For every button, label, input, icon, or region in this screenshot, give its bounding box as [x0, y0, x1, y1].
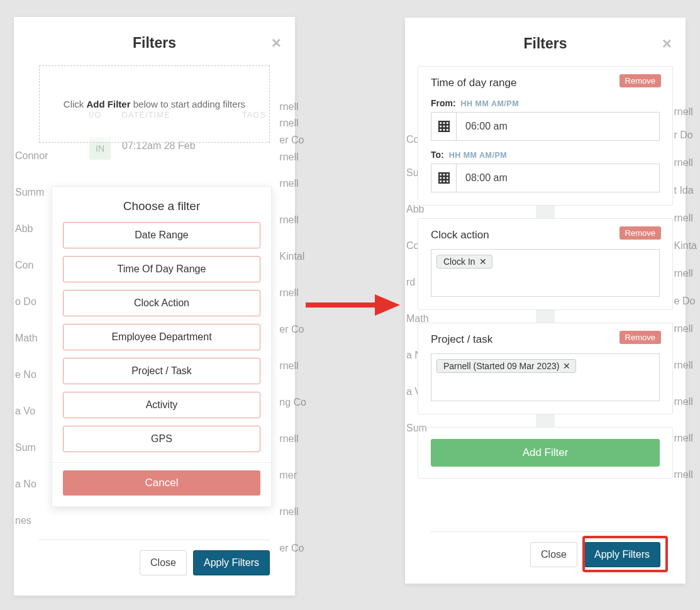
arrow-icon — [304, 294, 400, 316]
to-label: To: HH MM AM/PM — [431, 150, 660, 160]
cancel-button[interactable]: Cancel — [63, 470, 260, 496]
svg-rect-11 — [446, 129, 448, 131]
option-activity[interactable]: Activity — [63, 392, 260, 418]
svg-rect-18 — [446, 177, 448, 179]
from-label: From: HH MM AM/PM — [431, 98, 660, 108]
empty-filters-hint: Click Add Filter below to start adding f… — [39, 65, 270, 143]
option-clock-action[interactable]: Clock Action — [63, 290, 260, 316]
remove-button[interactable]: Remove — [619, 226, 661, 240]
remove-tag-icon[interactable]: ✕ — [563, 361, 570, 371]
option-project-task[interactable]: Project / Task — [63, 358, 260, 384]
svg-rect-19 — [440, 180, 442, 182]
remove-button[interactable]: Remove — [619, 331, 661, 344]
from-time-input[interactable] — [456, 112, 660, 141]
dialog-title-text: Filters — [523, 35, 567, 52]
option-gps[interactable]: GPS — [63, 426, 260, 452]
filters-dialog-left: Filters × I/O DATE/TIME TAGS IN 07:12am … — [14, 17, 295, 596]
apply-filters-button[interactable]: Apply Filters — [193, 550, 270, 575]
panel-project-task: Project / task Remove Parnell (Started 0… — [418, 323, 673, 414]
calendar-icon[interactable] — [431, 164, 456, 192]
svg-rect-16 — [440, 177, 442, 179]
close-icon[interactable]: × — [272, 35, 281, 51]
svg-rect-13 — [440, 174, 442, 175]
filters-dialog-right: Filters × Con Sum Abb Con rd Do Math a N… — [405, 18, 686, 584]
svg-rect-17 — [443, 177, 445, 179]
svg-rect-20 — [443, 180, 445, 182]
svg-marker-1 — [375, 294, 400, 316]
dialog-title: Filters × — [405, 18, 686, 52]
apply-filters-button[interactable]: Apply Filters — [584, 542, 660, 567]
add-filter-button[interactable]: Add Filter — [431, 439, 660, 467]
dialog-title-text: Filters — [133, 35, 176, 51]
svg-rect-3 — [440, 122, 442, 124]
choose-filter-title: Choose a filter — [63, 199, 260, 213]
dialog-footer-left: Close Apply Filters — [39, 540, 270, 575]
remove-button[interactable]: Remove — [619, 74, 661, 87]
project-task-tag-input[interactable]: Parnell (Started 09 Mar 2023) ✕ — [431, 353, 660, 401]
svg-rect-15 — [446, 174, 448, 175]
option-date-range[interactable]: Date Range — [63, 222, 260, 248]
svg-rect-21 — [446, 180, 448, 182]
ghost-right-right: rnell r Do rnell t Ida rnell Kinta rnell… — [674, 98, 697, 493]
dialog-footer-right: Close Apply Filters — [430, 531, 660, 567]
choose-filter-panel: Choose a filter Date Range Time Of Day R… — [52, 186, 272, 507]
clock-action-tag-input[interactable]: Clock In ✕ — [431, 249, 660, 297]
svg-rect-10 — [443, 129, 445, 131]
to-time-input[interactable] — [456, 164, 660, 192]
svg-rect-14 — [443, 174, 445, 175]
ghost-right-left: rnell rnell er Co rnell rnell rnell Kint… — [279, 99, 306, 567]
close-icon[interactable]: × — [662, 35, 672, 52]
option-employee-dept[interactable]: Employee Department — [63, 324, 260, 350]
svg-rect-6 — [440, 126, 442, 128]
close-button[interactable]: Close — [140, 550, 187, 575]
tag-clock-in: Clock In ✕ — [436, 255, 492, 269]
add-filter-container: Add Filter — [418, 427, 673, 479]
svg-rect-5 — [446, 122, 448, 124]
remove-tag-icon[interactable]: ✕ — [479, 257, 487, 267]
dialog-title: Filters × — [14, 17, 295, 52]
svg-rect-7 — [443, 126, 445, 128]
svg-rect-9 — [440, 129, 442, 131]
close-button[interactable]: Close — [530, 542, 577, 567]
option-time-of-day[interactable]: Time Of Day Range — [63, 256, 260, 282]
panel-clock-action: Clock action Remove Clock In ✕ — [418, 218, 673, 310]
svg-rect-4 — [443, 122, 445, 124]
calendar-icon[interactable] — [431, 112, 456, 141]
panel-time-of-day: Time of day range Remove From: HH MM AM/… — [418, 66, 673, 206]
tag-parnell: Parnell (Started 09 Mar 2023) ✕ — [436, 359, 576, 373]
svg-rect-8 — [446, 126, 448, 128]
